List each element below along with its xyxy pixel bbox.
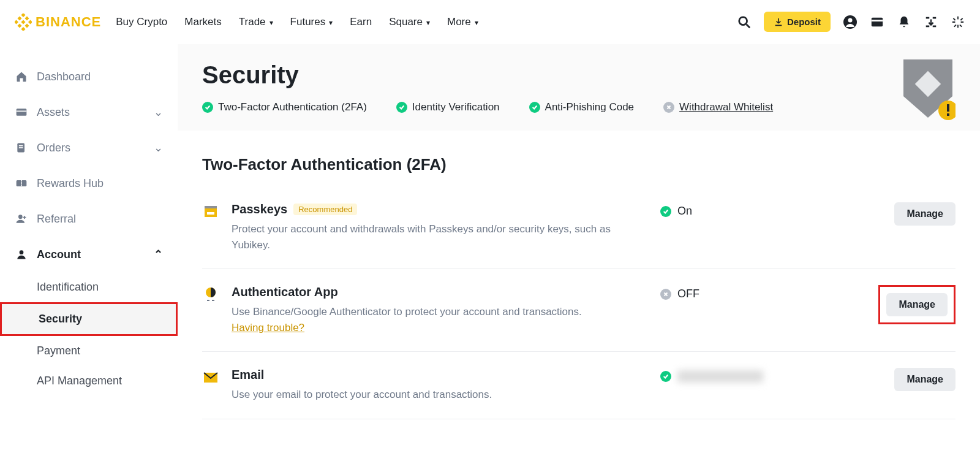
deposit-label: Deposit bbox=[787, 17, 821, 27]
setting-body: Authenticator App Use Binance/Google Aut… bbox=[232, 285, 624, 335]
svg-rect-31 bbox=[947, 113, 949, 116]
svg-rect-3 bbox=[28, 20, 32, 24]
setting-desc: Use your email to protect your account a… bbox=[232, 387, 624, 403]
nav-square[interactable]: Square bbox=[389, 16, 430, 28]
svg-point-26 bbox=[18, 215, 23, 219]
manage-button[interactable]: Manage bbox=[886, 293, 948, 316]
logo[interactable]: BINANCE bbox=[15, 13, 101, 31]
manage-button[interactable]: Manage bbox=[894, 368, 956, 391]
security-checklist: Two-Factor Authentication (2FA) Identity… bbox=[202, 101, 956, 113]
orders-icon bbox=[15, 141, 28, 154]
main-content: Security Two-Factor Authentication (2FA)… bbox=[178, 44, 980, 444]
wallet-icon[interactable] bbox=[870, 15, 884, 29]
setting-status bbox=[660, 370, 783, 383]
sidebar-item-rewards[interactable]: Rewards Hub bbox=[0, 166, 178, 201]
sidebar-item-assets[interactable]: Assets ⌄ bbox=[0, 94, 178, 130]
add-user-icon bbox=[15, 212, 28, 226]
setting-action: Manage bbox=[894, 202, 956, 226]
authenticator-icon bbox=[202, 286, 219, 303]
svg-rect-33 bbox=[205, 206, 217, 208]
setting-desc: Protect your account and withdrawals wit… bbox=[232, 221, 624, 253]
sidebar-sub-payment[interactable]: Payment bbox=[0, 336, 178, 366]
check-on-icon bbox=[202, 102, 213, 113]
setting-row-authenticator: Authenticator App Use Binance/Google Aut… bbox=[202, 269, 956, 352]
check-2fa: Two-Factor Authentication (2FA) bbox=[202, 101, 367, 113]
svg-rect-15 bbox=[926, 17, 930, 18]
nav-buy-crypto[interactable]: Buy Crypto bbox=[116, 16, 167, 28]
sidebar-item-dashboard[interactable]: Dashboard bbox=[0, 59, 178, 94]
svg-point-27 bbox=[20, 250, 24, 254]
bell-icon[interactable] bbox=[897, 15, 911, 29]
security-shield-badge bbox=[900, 56, 956, 126]
svg-rect-19 bbox=[17, 109, 27, 116]
setting-title-text: Passkeys bbox=[232, 202, 287, 216]
sidebar-sub-api[interactable]: API Management bbox=[0, 366, 178, 396]
nav-earn[interactable]: Earn bbox=[350, 16, 372, 28]
nav-more[interactable]: More bbox=[447, 16, 478, 28]
svg-rect-22 bbox=[19, 145, 23, 147]
nav-links: Buy Crypto Markets Trade Futures Earn Sq… bbox=[116, 16, 478, 28]
check-label: Anti-Phishing Code bbox=[545, 101, 635, 113]
sidebar-item-label: Rewards Hub bbox=[37, 177, 104, 190]
sidebar: Dashboard Assets ⌄ Orders ⌄ Rewards Hub … bbox=[0, 44, 178, 444]
setting-action: Manage bbox=[894, 368, 956, 391]
section-2fa: Two-Factor Authentication (2FA) Passkeys… bbox=[178, 131, 980, 444]
svg-rect-34 bbox=[207, 212, 214, 215]
deposit-button[interactable]: Deposit bbox=[764, 12, 831, 32]
svg-rect-6 bbox=[24, 16, 29, 20]
check-whitelist[interactable]: Withdrawal Whitelist bbox=[663, 101, 773, 113]
sidebar-sub-security[interactable]: Security bbox=[0, 302, 178, 336]
user-icon[interactable] bbox=[843, 15, 858, 29]
setting-body: Passkeys Recommended Protect your accoun… bbox=[232, 202, 624, 253]
manage-button[interactable]: Manage bbox=[894, 202, 956, 226]
nav-futures-label: Futures bbox=[290, 16, 326, 28]
nav-more-label: More bbox=[447, 16, 471, 28]
sidebar-sub-identification[interactable]: Identification bbox=[0, 272, 178, 302]
having-trouble-link[interactable]: Having trouble? bbox=[232, 322, 304, 333]
sidebar-item-orders[interactable]: Orders ⌄ bbox=[0, 130, 178, 166]
setting-title-text: Email bbox=[232, 368, 264, 382]
check-on-icon bbox=[529, 102, 540, 113]
check-label: Withdrawal Whitelist bbox=[679, 101, 773, 113]
download-app-icon[interactable] bbox=[924, 15, 938, 29]
sidebar-item-label: Dashboard bbox=[37, 70, 91, 83]
recommended-badge: Recommended bbox=[293, 204, 357, 215]
sidebar-item-label: Orders bbox=[37, 142, 70, 154]
setting-desc: Use Binance/Google Authenticator to prot… bbox=[232, 306, 582, 318]
chevron-down-icon bbox=[268, 16, 273, 28]
search-icon[interactable] bbox=[737, 15, 752, 29]
chevron-down-icon: ⌄ bbox=[154, 105, 163, 119]
nav-futures[interactable]: Futures bbox=[290, 16, 333, 28]
nav-trade[interactable]: Trade bbox=[239, 16, 273, 28]
svg-rect-14 bbox=[872, 20, 883, 21]
hero-banner: Security Two-Factor Authentication (2FA)… bbox=[178, 44, 980, 131]
home-icon bbox=[15, 70, 28, 83]
sidebar-item-account[interactable]: Account ⌃ bbox=[0, 237, 178, 272]
setting-status: OFF bbox=[660, 288, 783, 300]
svg-rect-1 bbox=[21, 26, 25, 30]
check-label: Identity Verification bbox=[412, 101, 500, 113]
check-identity: Identity Verification bbox=[396, 101, 500, 113]
highlighted-action: Manage bbox=[878, 285, 956, 324]
ticket-icon bbox=[15, 177, 28, 190]
svg-point-9 bbox=[739, 17, 747, 25]
svg-point-12 bbox=[848, 18, 853, 22]
section-heading: Two-Factor Authentication (2FA) bbox=[202, 155, 956, 174]
svg-rect-2 bbox=[15, 20, 18, 24]
sidebar-item-referral[interactable]: Referral bbox=[0, 201, 178, 237]
wallet-icon bbox=[15, 105, 28, 119]
sidebar-item-label: Referral bbox=[37, 213, 76, 226]
svg-rect-30 bbox=[947, 104, 949, 112]
setting-title-text: Authenticator App bbox=[232, 285, 338, 299]
globe-icon[interactable] bbox=[951, 15, 965, 29]
chevron-down-icon bbox=[328, 16, 333, 28]
passkey-icon bbox=[202, 204, 219, 221]
status-label: OFF bbox=[677, 288, 699, 300]
svg-rect-13 bbox=[872, 17, 883, 26]
nav-trade-label: Trade bbox=[239, 16, 266, 28]
page-title: Security bbox=[202, 61, 956, 89]
nav-markets[interactable]: Markets bbox=[184, 16, 221, 28]
nav-square-label: Square bbox=[389, 16, 423, 28]
nav-right: Deposit bbox=[737, 12, 965, 32]
email-icon bbox=[202, 369, 219, 386]
